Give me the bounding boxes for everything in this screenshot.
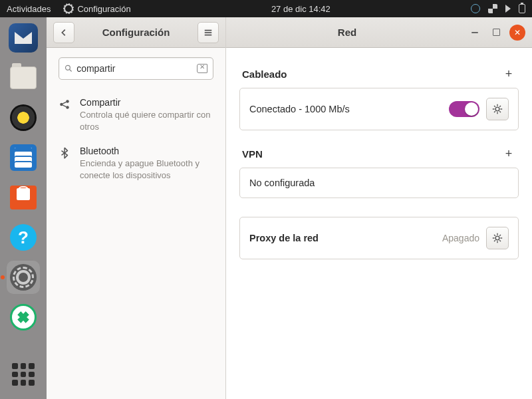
dock-thunderbird[interactable] <box>7 21 40 55</box>
dock-software[interactable] <box>7 181 40 214</box>
main-pane: Red Cableado + Conectado - 1000 Mb/s <box>226 17 532 399</box>
vpn-status: No configurada <box>249 178 509 188</box>
software-icon <box>10 186 37 209</box>
wired-toggle[interactable] <box>449 101 479 117</box>
battery-icon <box>519 4 525 13</box>
volume-icon <box>505 5 511 13</box>
activities-button[interactable]: Actividades <box>7 4 51 14</box>
bluetooth-icon <box>59 147 70 162</box>
dock-rhythmbox[interactable] <box>7 101 40 134</box>
gear-icon <box>491 103 503 115</box>
close-button[interactable] <box>509 25 525 41</box>
search-box[interactable] <box>59 57 213 80</box>
svg-point-2 <box>60 103 63 106</box>
vpn-section-head: VPN + <box>242 146 516 161</box>
svg-point-0 <box>66 65 70 70</box>
dock-writer[interactable] <box>7 141 40 174</box>
rhythmbox-icon <box>10 104 37 131</box>
proxy-settings-button[interactable] <box>486 227 509 249</box>
clear-search-button[interactable] <box>197 64 207 73</box>
thunderbird-icon <box>9 23 38 53</box>
files-icon <box>10 66 37 89</box>
vpn-card: No configurada <box>239 168 519 198</box>
remmina-icon <box>10 304 37 331</box>
dock: ? <box>0 17 47 399</box>
sidebar-pane: Configuración Compartir Controla qué qui… <box>47 17 226 399</box>
support-icon <box>471 4 480 13</box>
wired-card: Conectado - 1000 Mb/s <box>239 88 519 130</box>
network-icon <box>488 4 497 13</box>
result-bluetooth[interactable]: Bluetooth Encienda y apague Bluetooth y … <box>47 139 225 188</box>
settings-icon <box>10 264 37 291</box>
search-input[interactable] <box>76 63 193 74</box>
svg-line-1 <box>70 70 72 72</box>
help-icon: ? <box>10 224 37 251</box>
clock[interactable]: 27 de dic 14:42 <box>131 4 471 14</box>
proxy-label: Proxy de la red <box>249 233 436 243</box>
share-icon <box>59 98 70 113</box>
gear-icon <box>64 4 73 13</box>
svg-point-5 <box>495 107 499 111</box>
app-menu-label: Configuración <box>77 4 130 14</box>
hamburger-icon <box>203 28 213 37</box>
app-menu[interactable]: Configuración <box>64 4 130 14</box>
result-title: Bluetooth <box>80 146 213 156</box>
sidebar-title: Configuración <box>80 27 192 38</box>
system-tray[interactable] <box>471 4 525 13</box>
back-button[interactable] <box>53 22 74 43</box>
svg-point-6 <box>495 236 499 240</box>
proxy-card: Proxy de la red Apagado <box>239 217 519 259</box>
settings-window: Configuración Compartir Controla qué qui… <box>47 17 532 399</box>
svg-point-4 <box>66 106 69 109</box>
add-vpn-button[interactable]: + <box>501 146 516 161</box>
add-wired-button[interactable]: + <box>501 66 516 81</box>
result-subtitle: Encienda y apague Bluetooth y conecte lo… <box>80 158 213 181</box>
dock-files[interactable] <box>7 61 40 94</box>
minimize-button[interactable] <box>467 25 483 41</box>
wired-status: Conectado - 1000 Mb/s <box>249 104 442 114</box>
maximize-button[interactable] <box>488 25 504 41</box>
search-icon <box>65 64 72 73</box>
gear-icon <box>491 232 503 244</box>
main-title: Red <box>233 27 462 38</box>
svg-point-3 <box>66 100 69 103</box>
result-subtitle: Controla qué quiere compartir con otros <box>80 109 213 132</box>
writer-icon <box>10 144 37 171</box>
dock-remmina[interactable] <box>7 301 40 334</box>
result-compartir[interactable]: Compartir Controla qué quiere compartir … <box>47 90 225 139</box>
network-content: Cableado + Conectado - 1000 Mb/s VPN + N <box>226 48 532 270</box>
sidebar-headerbar: Configuración <box>47 17 225 48</box>
apps-grid-icon <box>12 363 35 386</box>
search-results: Compartir Controla qué quiere compartir … <box>47 86 225 192</box>
vpn-heading: VPN <box>242 148 263 160</box>
dock-help[interactable]: ? <box>7 221 40 254</box>
hamburger-button[interactable] <box>198 22 219 43</box>
chevron-left-icon <box>59 28 68 37</box>
wired-section-head: Cableado + <box>242 66 516 81</box>
dock-settings[interactable] <box>7 261 40 294</box>
wired-settings-button[interactable] <box>486 98 509 120</box>
main-headerbar: Red <box>226 17 532 48</box>
dock-show-apps[interactable] <box>7 358 40 391</box>
top-panel: Actividades Configuración 27 de dic 14:4… <box>0 0 532 17</box>
wired-heading: Cableado <box>242 68 287 80</box>
proxy-status: Apagado <box>442 233 479 243</box>
search-row <box>47 48 225 86</box>
result-title: Compartir <box>80 97 213 108</box>
